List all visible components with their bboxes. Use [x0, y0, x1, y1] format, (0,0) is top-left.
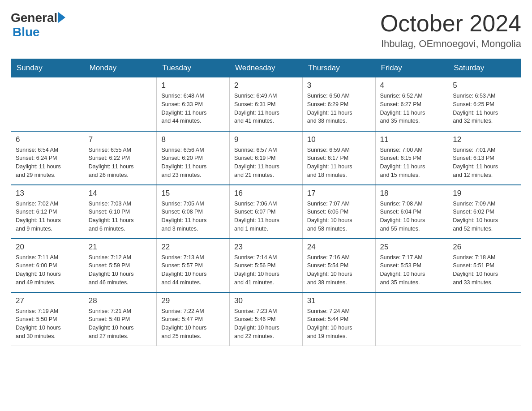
day-info: Sunrise: 6:52 AM Sunset: 6:27 PM Dayligh… [380, 92, 444, 125]
logo-arrow-icon [58, 12, 65, 23]
calendar-cell: 16Sunrise: 7:06 AM Sunset: 6:07 PM Dayli… [230, 185, 303, 239]
day-number: 20 [16, 243, 79, 252]
calendar-cell [11, 77, 84, 131]
calendar-cell: 19Sunrise: 7:09 AM Sunset: 6:02 PM Dayli… [448, 185, 521, 239]
day-number: 1 [161, 81, 225, 90]
logo-general-text: General [11, 11, 57, 25]
calendar-cell: 14Sunrise: 7:03 AM Sunset: 6:10 PM Dayli… [84, 185, 157, 239]
day-info: Sunrise: 7:02 AM Sunset: 6:12 PM Dayligh… [16, 200, 79, 233]
day-number: 7 [89, 135, 152, 144]
calendar-cell: 26Sunrise: 7:18 AM Sunset: 5:51 PM Dayli… [448, 239, 521, 292]
day-number: 3 [307, 81, 371, 90]
day-info: Sunrise: 7:05 AM Sunset: 6:08 PM Dayligh… [161, 200, 225, 233]
day-info: Sunrise: 6:53 AM Sunset: 6:25 PM Dayligh… [453, 92, 516, 125]
day-number: 11 [380, 135, 444, 144]
calendar-cell: 3Sunrise: 6:50 AM Sunset: 6:29 PM Daylig… [302, 77, 375, 131]
day-number: 24 [307, 243, 371, 252]
day-number: 14 [89, 189, 152, 198]
calendar-table: SundayMondayTuesdayWednesdayThursdayFrid… [11, 59, 521, 346]
day-number: 9 [234, 135, 298, 144]
calendar-cell: 1Sunrise: 6:48 AM Sunset: 6:33 PM Daylig… [157, 77, 230, 131]
calendar-header-row: SundayMondayTuesdayWednesdayThursdayFrid… [11, 59, 521, 77]
calendar-cell: 28Sunrise: 7:21 AM Sunset: 5:48 PM Dayli… [84, 292, 157, 346]
calendar-cell: 27Sunrise: 7:19 AM Sunset: 5:50 PM Dayli… [11, 292, 84, 346]
day-info: Sunrise: 7:24 AM Sunset: 5:44 PM Dayligh… [307, 307, 371, 341]
calendar-cell: 24Sunrise: 7:16 AM Sunset: 5:54 PM Dayli… [302, 239, 375, 292]
day-info: Sunrise: 7:17 AM Sunset: 5:53 PM Dayligh… [380, 253, 444, 287]
day-number: 19 [453, 189, 516, 198]
calendar-cell: 10Sunrise: 6:59 AM Sunset: 6:17 PM Dayli… [302, 131, 375, 185]
day-info: Sunrise: 6:48 AM Sunset: 6:33 PM Dayligh… [161, 92, 225, 125]
day-number: 4 [380, 81, 444, 90]
day-info: Sunrise: 7:13 AM Sunset: 5:57 PM Dayligh… [161, 253, 225, 287]
day-info: Sunrise: 7:23 AM Sunset: 5:46 PM Dayligh… [234, 307, 298, 341]
calendar-cell [84, 77, 157, 131]
day-info: Sunrise: 7:03 AM Sunset: 6:10 PM Dayligh… [89, 200, 152, 233]
day-number: 29 [161, 296, 225, 305]
calendar-week-row: 27Sunrise: 7:19 AM Sunset: 5:50 PM Dayli… [11, 292, 521, 346]
day-number: 6 [16, 135, 79, 144]
day-number: 23 [234, 243, 298, 252]
day-info: Sunrise: 7:01 AM Sunset: 6:13 PM Dayligh… [453, 146, 516, 180]
calendar-cell: 15Sunrise: 7:05 AM Sunset: 6:08 PM Dayli… [157, 185, 230, 239]
day-info: Sunrise: 6:57 AM Sunset: 6:19 PM Dayligh… [234, 146, 298, 180]
day-info: Sunrise: 7:18 AM Sunset: 5:51 PM Dayligh… [453, 253, 516, 287]
logo-blue-text: Blue [13, 25, 40, 39]
calendar-cell: 7Sunrise: 6:55 AM Sunset: 6:22 PM Daylig… [84, 131, 157, 185]
day-number: 8 [161, 135, 225, 144]
day-info: Sunrise: 6:50 AM Sunset: 6:29 PM Dayligh… [307, 92, 371, 125]
day-number: 18 [380, 189, 444, 198]
day-info: Sunrise: 7:21 AM Sunset: 5:48 PM Dayligh… [89, 307, 152, 341]
calendar-cell: 20Sunrise: 7:11 AM Sunset: 6:00 PM Dayli… [11, 239, 84, 292]
calendar-cell: 11Sunrise: 7:00 AM Sunset: 6:15 PM Dayli… [375, 131, 448, 185]
calendar-cell [375, 292, 448, 346]
day-info: Sunrise: 7:12 AM Sunset: 5:59 PM Dayligh… [89, 253, 152, 287]
day-info: Sunrise: 6:54 AM Sunset: 6:24 PM Dayligh… [16, 146, 79, 180]
day-number: 25 [380, 243, 444, 252]
calendar-cell: 22Sunrise: 7:13 AM Sunset: 5:57 PM Dayli… [157, 239, 230, 292]
calendar-cell: 21Sunrise: 7:12 AM Sunset: 5:59 PM Dayli… [84, 239, 157, 292]
day-number: 13 [16, 189, 79, 198]
day-number: 30 [234, 296, 298, 305]
day-info: Sunrise: 6:59 AM Sunset: 6:17 PM Dayligh… [307, 146, 371, 180]
column-header-tuesday: Tuesday [157, 59, 230, 77]
calendar-cell: 30Sunrise: 7:23 AM Sunset: 5:46 PM Dayli… [230, 292, 303, 346]
calendar-cell: 8Sunrise: 6:56 AM Sunset: 6:20 PM Daylig… [157, 131, 230, 185]
day-number: 17 [307, 189, 371, 198]
day-number: 12 [453, 135, 516, 144]
day-number: 26 [453, 243, 516, 252]
day-info: Sunrise: 7:16 AM Sunset: 5:54 PM Dayligh… [307, 253, 371, 287]
calendar-cell: 12Sunrise: 7:01 AM Sunset: 6:13 PM Dayli… [448, 131, 521, 185]
column-header-wednesday: Wednesday [230, 59, 303, 77]
day-number: 22 [161, 243, 225, 252]
day-info: Sunrise: 7:22 AM Sunset: 5:47 PM Dayligh… [161, 307, 225, 341]
day-info: Sunrise: 7:09 AM Sunset: 6:02 PM Dayligh… [453, 200, 516, 233]
calendar-cell: 4Sunrise: 6:52 AM Sunset: 6:27 PM Daylig… [375, 77, 448, 131]
day-info: Sunrise: 7:00 AM Sunset: 6:15 PM Dayligh… [380, 146, 444, 180]
month-title: October 2024 [380, 11, 521, 36]
calendar-week-row: 6Sunrise: 6:54 AM Sunset: 6:24 PM Daylig… [11, 131, 521, 185]
calendar-cell: 5Sunrise: 6:53 AM Sunset: 6:25 PM Daylig… [448, 77, 521, 131]
day-info: Sunrise: 6:55 AM Sunset: 6:22 PM Dayligh… [89, 146, 152, 180]
calendar-cell: 2Sunrise: 6:49 AM Sunset: 6:31 PM Daylig… [230, 77, 303, 131]
calendar-week-row: 13Sunrise: 7:02 AM Sunset: 6:12 PM Dayli… [11, 185, 521, 239]
page-header: General Blue October 2024 Ihbulag, OEmno… [11, 11, 521, 50]
day-number: 15 [161, 189, 225, 198]
day-info: Sunrise: 7:07 AM Sunset: 6:05 PM Dayligh… [307, 200, 371, 233]
column-header-sunday: Sunday [11, 59, 84, 77]
calendar-week-row: 1Sunrise: 6:48 AM Sunset: 6:33 PM Daylig… [11, 77, 521, 131]
calendar-cell: 29Sunrise: 7:22 AM Sunset: 5:47 PM Dayli… [157, 292, 230, 346]
calendar-cell: 18Sunrise: 7:08 AM Sunset: 6:04 PM Dayli… [375, 185, 448, 239]
day-number: 10 [307, 135, 371, 144]
day-info: Sunrise: 6:49 AM Sunset: 6:31 PM Dayligh… [234, 92, 298, 125]
column-header-saturday: Saturday [448, 59, 521, 77]
day-info: Sunrise: 7:11 AM Sunset: 6:00 PM Dayligh… [16, 253, 79, 287]
day-number: 5 [453, 81, 516, 90]
day-info: Sunrise: 7:06 AM Sunset: 6:07 PM Dayligh… [234, 200, 298, 233]
title-section: October 2024 Ihbulag, OEmnoegovi, Mongol… [380, 11, 521, 50]
column-header-monday: Monday [84, 59, 157, 77]
calendar-cell: 17Sunrise: 7:07 AM Sunset: 6:05 PM Dayli… [302, 185, 375, 239]
day-number: 28 [89, 296, 152, 305]
column-header-friday: Friday [375, 59, 448, 77]
column-header-thursday: Thursday [302, 59, 375, 77]
